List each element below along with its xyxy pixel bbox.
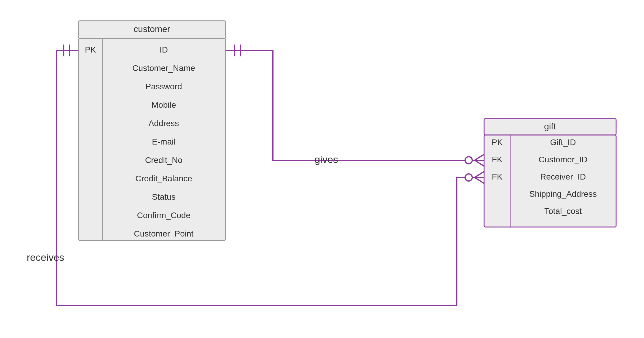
svg-point-11 — [465, 174, 472, 181]
entity-customer-attr-3: Mobile — [152, 100, 176, 110]
entity-customer-attr-9: Confirm_Code — [137, 211, 191, 220]
er-diagram: gives receives customer PK ID Customer_N… — [0, 0, 644, 338]
svg-point-5 — [465, 157, 472, 164]
entity-customer-attr-2: Password — [146, 82, 182, 91]
entity-customer-attr-7: Credit_Balance — [135, 174, 192, 183]
entity-customer-attr-5: E-mail — [152, 137, 175, 146]
entity-customer-attr-4: Address — [149, 119, 179, 128]
svg-line-8 — [475, 172, 484, 177]
entity-gift-title: gift — [544, 121, 556, 131]
entity-gift-attr-2: Receiver_ID — [540, 172, 586, 181]
entity-gift-attr-4: Total_cost — [544, 207, 582, 216]
relationship-gives-label: gives — [314, 154, 338, 165]
entity-customer-attr-6: Credit_No — [145, 155, 182, 165]
entity-customer-key-0: PK — [85, 45, 96, 54]
entity-gift-key-1: FK — [492, 155, 503, 164]
entity-customer-title: customer — [133, 24, 170, 34]
entity-gift-attr-0: Gift_ID — [550, 138, 576, 147]
entity-customer-attr-10: Customer_Point — [134, 229, 194, 238]
entity-customer-attr-1: Customer_Name — [132, 64, 195, 73]
entity-customer-attr-8: Status — [152, 192, 175, 201]
relationship-receives-label: receives — [27, 252, 64, 263]
svg-line-10 — [475, 177, 484, 183]
entity-customer: customer PK ID Customer_Name Password Mo… — [79, 21, 225, 240]
relationship-gives: gives — [225, 45, 484, 166]
entity-customer-attr-0: ID — [160, 45, 168, 54]
entity-gift-attr-1: Customer_ID — [539, 155, 588, 164]
entity-gift-attr-3: Shipping_Address — [529, 189, 597, 199]
entity-gift: gift PK Gift_ID FK Customer_ID FK Receiv… — [484, 119, 616, 227]
entity-gift-key-0: PK — [492, 138, 503, 147]
entity-gift-key-2: FK — [492, 172, 503, 181]
svg-line-2 — [475, 154, 484, 160]
svg-line-4 — [475, 160, 484, 166]
